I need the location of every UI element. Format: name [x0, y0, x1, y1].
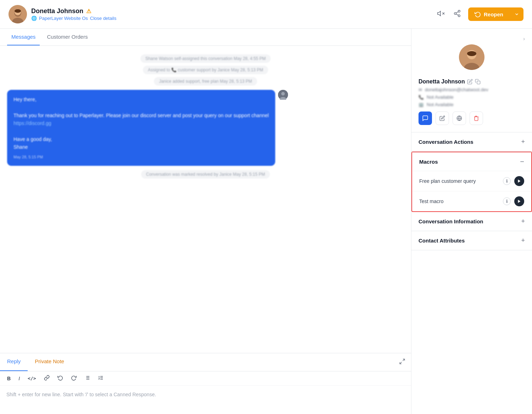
app-container: Donetta Johnson ⚠ 🌐 PaperLayer Website O…: [0, 0, 532, 414]
agent-avatar: [278, 90, 288, 100]
view-profile-button[interactable]: [453, 111, 466, 125]
macro-1-info-button[interactable]: ℹ: [503, 177, 511, 185]
italic-button[interactable]: I: [17, 375, 21, 382]
channel-label: PaperLayer Website Os: [39, 16, 88, 21]
svg-marker-5: [438, 11, 440, 16]
tab-messages[interactable]: Messages: [7, 29, 40, 45]
contact-phone: 📞 Not Available: [419, 94, 525, 100]
bubble-text: Hey there,Thank you for reaching out to …: [13, 96, 269, 151]
svg-point-4: [15, 9, 21, 13]
macros-title: Macros: [419, 159, 438, 165]
conversation-information-section: Conversation Information +: [411, 212, 532, 231]
system-message-resolved: Conversation was marked resolved by Jani…: [141, 170, 270, 179]
svg-line-12: [456, 11, 458, 13]
macro-1-actions: ℹ: [503, 176, 524, 186]
tab-spacer: [71, 353, 393, 371]
company-icon: 🏢: [419, 102, 424, 107]
close-details-link[interactable]: Close details: [90, 16, 116, 21]
macro-2-run-button[interactable]: [514, 196, 524, 206]
contact-email: ✉ donettajohnson@chatwoot.dev: [419, 87, 525, 92]
conversation-tabs: Messages Customer Orders: [0, 29, 411, 46]
macros-section: Macros − Free plan customer query ℹ Tes: [411, 152, 532, 212]
reply-tab[interactable]: Reply: [0, 353, 28, 371]
conversation-actions-add-icon: +: [521, 138, 525, 146]
svg-line-11: [456, 14, 458, 15]
share-button[interactable]: [452, 8, 462, 21]
macro-2-info-button[interactable]: ℹ: [503, 197, 511, 205]
svg-point-9: [454, 12, 456, 15]
header-subtitle: 🌐 PaperLayer Website Os Close details: [31, 16, 431, 21]
svg-point-10: [458, 15, 460, 16]
agent-message-bubble: Hey there,Thank you for reaching out to …: [7, 90, 275, 166]
phone-icon: 📞: [419, 95, 424, 100]
run-icon-1: [517, 179, 521, 183]
svg-point-8: [458, 10, 460, 12]
ordered-list-button[interactable]: [96, 374, 105, 382]
right-panel: › Donetta Johnson: [411, 29, 532, 414]
macro-item-2: Test macro ℹ: [412, 191, 531, 211]
email-icon: ✉: [419, 87, 422, 92]
macro-2-actions: ℹ: [503, 196, 524, 206]
svg-marker-34: [518, 180, 521, 183]
header-name: Donetta Johnson ⚠: [31, 7, 431, 15]
conversation-actions-title: Conversation Actions: [419, 139, 473, 145]
header-actions: Reopen: [436, 7, 523, 21]
reopen-icon: [475, 11, 481, 17]
macro-1-run-button[interactable]: [514, 176, 524, 186]
contact-display-name: Donetta Johnson: [419, 78, 525, 85]
svg-line-17: [400, 362, 401, 364]
new-conversation-button[interactable]: [419, 111, 432, 125]
svg-line-16: [403, 359, 405, 361]
messages-area[interactable]: Shane Watson self-assigned this conversa…: [0, 46, 411, 353]
contact-attributes-header[interactable]: Contact Attributes +: [411, 231, 532, 250]
warning-icon: ⚠: [86, 8, 91, 15]
header: Donetta Johnson ⚠ 🌐 PaperLayer Website O…: [0, 0, 532, 29]
conversation-actions-header[interactable]: Conversation Actions +: [411, 132, 532, 151]
macros-collapse-icon: −: [520, 158, 524, 165]
svg-point-14: [281, 92, 285, 96]
conversation-information-title: Conversation Information: [419, 218, 483, 224]
contact-company: 🏢 Not Available: [419, 102, 525, 107]
unordered-list-button[interactable]: [83, 374, 92, 382]
code-button[interactable]: </>: [26, 375, 37, 382]
header-info: Donetta Johnson ⚠ 🌐 PaperLayer Website O…: [31, 7, 431, 21]
system-message-3: Janice added support, free plan May 28, …: [154, 77, 257, 86]
system-message-1: Shane Watson self-assigned this conversa…: [140, 54, 271, 63]
expand-button[interactable]: [393, 353, 411, 371]
edit-contact-button[interactable]: [436, 111, 449, 125]
mute-button[interactable]: [436, 8, 446, 21]
system-message-2: Assigned to 📞 customer support by Janice…: [143, 66, 268, 74]
chevron-down-icon[interactable]: [510, 8, 523, 20]
reopen-label: Reopen: [484, 11, 503, 17]
copy-name-icon[interactable]: [475, 79, 481, 85]
left-panel: Messages Customer Orders Shane Watson se…: [0, 29, 411, 414]
link-button[interactable]: [43, 374, 51, 382]
svg-point-29: [467, 51, 476, 56]
undo-button[interactable]: [56, 374, 65, 382]
private-note-tab[interactable]: Private Note: [28, 353, 71, 371]
macros-header[interactable]: Macros −: [412, 152, 531, 171]
bold-button[interactable]: B: [6, 375, 12, 382]
bubble-time: May 28, 5:15 PM: [13, 154, 269, 160]
reply-tabs: Reply Private Note: [0, 353, 411, 371]
reply-area: Reply Private Note B I: [0, 353, 411, 414]
delete-contact-button[interactable]: [470, 111, 483, 125]
main-layout: Messages Customer Orders Shane Watson se…: [0, 29, 532, 414]
tab-customer-orders[interactable]: Customer Orders: [43, 29, 92, 45]
edit-name-icon[interactable]: [467, 79, 473, 85]
svg-marker-35: [518, 200, 521, 203]
reply-input[interactable]: Shift + enter for new line. Start with '…: [0, 386, 411, 414]
reopen-button[interactable]: Reopen: [468, 7, 523, 21]
macro-1-name: Free plan customer query: [419, 178, 503, 184]
conversation-information-header[interactable]: Conversation Information +: [411, 212, 532, 231]
reply-toolbar: B I </>: [0, 371, 411, 386]
panel-collapse-icon[interactable]: ›: [523, 36, 525, 42]
contact-avatar: [459, 44, 484, 70]
conversation-information-add-icon: +: [521, 218, 525, 225]
contact-attributes-add-icon: +: [521, 237, 525, 244]
redo-button[interactable]: [70, 374, 78, 382]
conversation-actions-section: Conversation Actions +: [411, 132, 532, 152]
svg-rect-31: [477, 81, 480, 84]
globe-icon: 🌐: [31, 16, 37, 21]
contact-name-label: Donetta Johnson: [31, 7, 83, 15]
